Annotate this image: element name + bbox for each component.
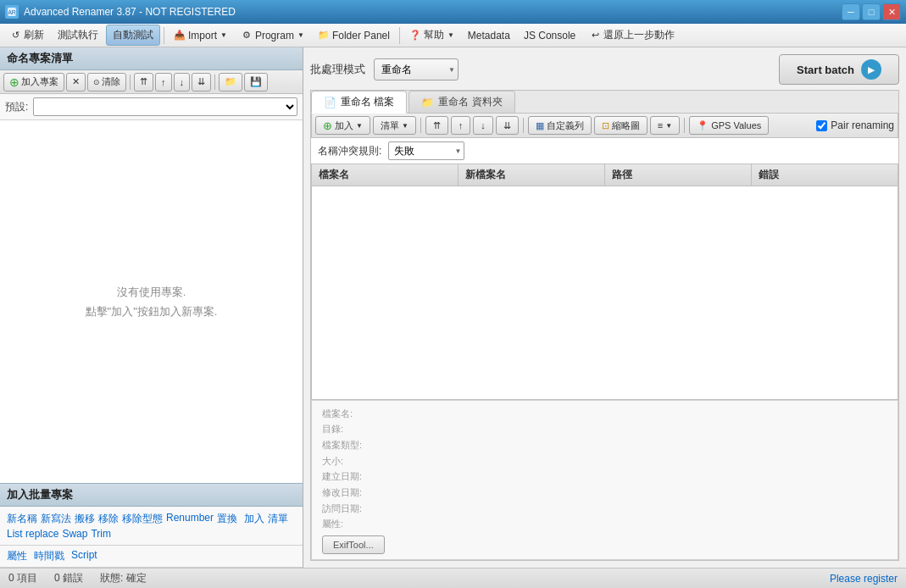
method-renumber[interactable]: Renumber xyxy=(166,512,214,526)
move-top-button[interactable]: ⇈ xyxy=(134,73,153,92)
clear-method-button[interactable]: 清單 ▼ xyxy=(373,116,416,135)
property-tabs: 屬性 時間戳 Script xyxy=(0,546,303,568)
add-project-button[interactable]: ⊕ 加入專案 xyxy=(3,73,64,92)
method-replace[interactable]: 置換 xyxy=(217,512,237,526)
add-method-icon: ⊕ xyxy=(323,119,332,132)
menu-sep-2 xyxy=(399,27,400,44)
menu-import[interactable]: 📥 Import ▼ xyxy=(168,27,233,44)
move-up-button[interactable]: ↑ xyxy=(155,73,172,92)
pair-renaming-wrap: Pair renaming xyxy=(816,119,894,131)
custom-cols-icon: ▦ xyxy=(536,120,544,131)
more-button[interactable]: ≡ ▼ xyxy=(650,116,680,135)
top-row: 批處理模式 重命名 移動 複製 ▼ Start batch ▶ xyxy=(310,54,899,85)
menu-js-console[interactable]: JS Console xyxy=(518,27,581,44)
maximize-button[interactable]: □ xyxy=(862,3,881,20)
rename-table: 檔案名 新檔案名 路徑 錯誤 xyxy=(311,164,898,400)
menu-metadata[interactable]: Metadata xyxy=(462,27,516,44)
method-new-write[interactable]: 新寫法 xyxy=(41,512,71,526)
gps-icon: 📍 xyxy=(697,120,709,131)
delete-project-button[interactable]: ✕ xyxy=(66,73,86,92)
more-arrow: ▼ xyxy=(665,122,672,130)
mt-sep-3 xyxy=(684,118,685,133)
menu-help[interactable]: ❓ 幫助 ▼ xyxy=(403,25,460,45)
status-bar: 0 項目 0 錯誤 狀態: 確定 Please register xyxy=(0,568,906,588)
mt-move-down[interactable]: ↓ xyxy=(473,116,493,135)
pair-renaming-label: Pair renaming xyxy=(831,119,894,131)
menu-auto-test[interactable]: 自動測試 xyxy=(106,25,160,46)
pair-renaming-checkbox[interactable] xyxy=(816,120,827,131)
info-modified: 修改日期: xyxy=(322,485,887,501)
info-panel: 檔案名: 目錄: 檔案類型: 大小: 建立日期: 修改日期: 訪問日期: 屬性:… xyxy=(311,400,898,561)
exiftool-button[interactable]: ExifTool... xyxy=(322,535,385,554)
preset-label: 預設: xyxy=(5,100,28,114)
folder-button[interactable]: 📁 xyxy=(219,73,242,92)
mode-label: 批處理模式 xyxy=(310,62,365,77)
method-remove-type[interactable]: 移除型態 xyxy=(122,512,163,526)
method-list-replace[interactable]: List replace xyxy=(7,528,58,540)
tab-script[interactable]: Script xyxy=(71,549,97,563)
preset-row: 預設: xyxy=(0,94,303,120)
mt-move-up[interactable]: ↑ xyxy=(451,116,471,135)
method-trim[interactable]: Trim xyxy=(91,528,111,540)
info-filename: 檔案名: xyxy=(322,406,887,422)
methods-toolbar: ⊕ 加入 ▼ 清單 ▼ ⇈ ↑ ↓ ⇊ ▦ 自定義列 xyxy=(311,114,898,138)
minimize-button[interactable]: ─ xyxy=(842,3,860,20)
folder-icon: 📁 xyxy=(318,30,330,42)
play-icon: ▶ xyxy=(861,59,881,80)
status-errors: 0 錯誤 xyxy=(54,571,83,585)
close-button[interactable]: ✕ xyxy=(882,3,901,20)
tab-attributes[interactable]: 屬性 xyxy=(7,549,27,563)
move-bottom-icon: ⇊ xyxy=(197,76,205,87)
info-size: 大小: xyxy=(322,453,887,469)
custom-cols-button[interactable]: ▦ 自定義列 xyxy=(528,116,592,135)
menu-refresh[interactable]: ↺ 刷新 xyxy=(3,25,50,45)
method-new-name[interactable]: 新名稱 xyxy=(7,512,37,526)
method-swap[interactable]: Swap xyxy=(62,528,87,540)
add-method-button[interactable]: ⊕ 加入 ▼ xyxy=(315,116,370,135)
empty-line2: 點擊"加入"按鈕加入新專案. xyxy=(86,302,218,321)
tab-timestamp[interactable]: 時間戳 xyxy=(34,549,64,563)
method-add[interactable]: 加入 xyxy=(244,512,264,526)
clear-project-button[interactable]: ⊙ 清除 xyxy=(87,73,126,92)
window-title: Advanced Renamer 3.87 - NOT REGISTERED xyxy=(24,6,842,18)
info-created: 建立日期: xyxy=(322,469,887,485)
conflict-select[interactable]: 失敗 略過 覆蓋 xyxy=(388,141,464,160)
save-button[interactable]: 💾 xyxy=(244,73,268,92)
gps-values-button[interactable]: 📍 GPS Values xyxy=(689,116,769,135)
file-area: 📄 重命名 檔案 📁 重命名 資料夾 ⊕ 加入 ▼ 清單 ▼ xyxy=(310,90,899,561)
more-icon: ≡ xyxy=(658,120,663,130)
add-project-icon: ⊕ xyxy=(9,75,19,89)
start-batch-button[interactable]: Start batch ▶ xyxy=(779,54,899,85)
menu-program[interactable]: ⚙ Program ▼ xyxy=(235,27,310,44)
tab-rename-folders[interactable]: 📁 重命名 資料夾 xyxy=(409,91,514,113)
menu-undo[interactable]: ↩ 還原上一步動作 xyxy=(583,25,681,45)
conflict-label: 名稱沖突規則: xyxy=(318,144,381,158)
left-panel: 命名專案清單 ⊕ 加入專案 ✕ ⊙ 清除 ⇈ ↑ ↓ xyxy=(0,47,303,568)
menu-folder-panel[interactable]: 📁 Folder Panel xyxy=(312,27,396,44)
menu-test-run[interactable]: 測試執行 xyxy=(52,25,104,45)
app-icon: AR xyxy=(5,5,19,19)
mt-move-bottom[interactable]: ⇊ xyxy=(496,116,519,135)
thumbnail-button[interactable]: ⊡ 縮略圖 xyxy=(594,116,648,135)
move-bottom-button[interactable]: ⇊ xyxy=(192,73,211,92)
method-remove[interactable]: 移除 xyxy=(98,512,119,526)
folder-btn-icon: 📁 xyxy=(225,76,236,87)
import-icon: 📥 xyxy=(174,30,186,42)
status-items: 0 項目 xyxy=(8,571,37,585)
move-down-button[interactable]: ↓ xyxy=(174,73,191,92)
svg-text:AR: AR xyxy=(8,9,16,15)
preset-select[interactable] xyxy=(33,97,297,116)
method-list[interactable]: 清單 xyxy=(268,512,288,526)
save-btn-icon: 💾 xyxy=(250,76,262,87)
mt-move-top[interactable]: ⇈ xyxy=(425,116,448,135)
errors-count: 0 錯誤 xyxy=(54,571,83,585)
add-arrow-icon: ▼ xyxy=(356,122,363,130)
empty-project-area: 沒有使用專案. 點擊"加入"按鈕加入新專案. xyxy=(0,120,303,483)
move-up-icon: ↑ xyxy=(161,77,166,87)
table-body xyxy=(312,186,898,339)
menu-bar: ↺ 刷新 測試執行 自動測試 📥 Import ▼ ⚙ Program ▼ 📁 … xyxy=(0,24,906,47)
method-move[interactable]: 搬移 xyxy=(75,512,95,526)
tab-rename-files[interactable]: 📄 重命名 檔案 xyxy=(311,91,407,114)
mode-select[interactable]: 重命名 移動 複製 xyxy=(374,58,459,80)
register-link[interactable]: Please register xyxy=(830,573,898,585)
